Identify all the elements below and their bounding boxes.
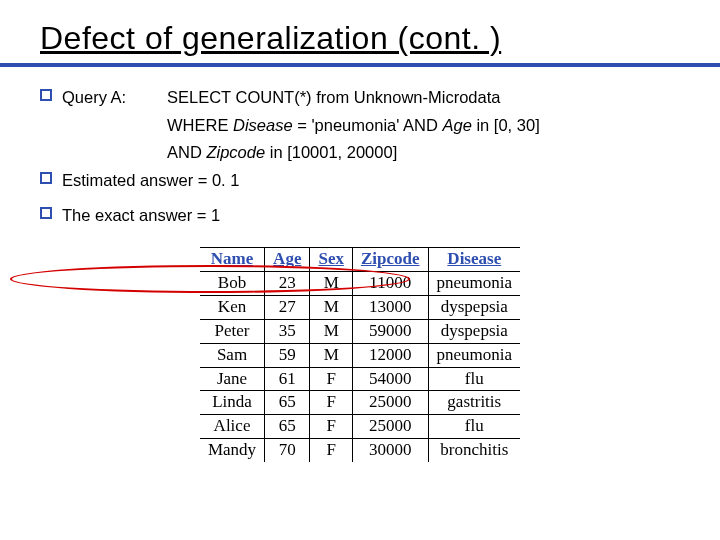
cell: 12000 (352, 343, 428, 367)
cell: M (310, 343, 353, 367)
cell: 65 (265, 415, 310, 439)
cell: gastritis (428, 391, 520, 415)
cell: 65 (265, 391, 310, 415)
th-disease: Disease (428, 247, 520, 271)
cell: 70 (265, 439, 310, 462)
cell: 25000 (352, 415, 428, 439)
cell: 27 (265, 295, 310, 319)
query-a-line3: AND Zipcode in [10001, 20000] (40, 140, 680, 166)
estimated-text: Estimated answer = 0. 1 (62, 168, 239, 194)
bullet-query-a: Query A: SELECT COUNT(*) from Unknown-Mi… (40, 85, 680, 111)
q3b: in [10001, 20000] (265, 143, 397, 161)
q2-age: Age (442, 116, 471, 134)
table-row: Alice 65 F 25000 flu (200, 415, 520, 439)
q2c: in [0, 30] (472, 116, 540, 134)
table-row: Bob 23 M 11000 pneumonia (200, 271, 520, 295)
cell: Mandy (200, 439, 265, 462)
table-header-row: Name Age Sex Zipcode Disease (200, 247, 520, 271)
q2a: WHERE (167, 116, 233, 134)
cell: F (310, 367, 353, 391)
cell: flu (428, 367, 520, 391)
table-row: Jane 61 F 54000 flu (200, 367, 520, 391)
cell: F (310, 439, 353, 462)
query-a-label: Query A: (62, 85, 167, 111)
cell: Ken (200, 295, 265, 319)
table-container: Name Age Sex Zipcode Disease Bob 23 M 11… (40, 247, 680, 462)
slide: Defect of generalization (cont. ) Query … (0, 0, 720, 462)
cell: pneumonia (428, 343, 520, 367)
spacer (40, 195, 680, 203)
cell: Alice (200, 415, 265, 439)
cell: Jane (200, 367, 265, 391)
q2-disease: Disease (233, 116, 293, 134)
th-zipcode: Zipcode (352, 247, 428, 271)
bullet-list: Query A: SELECT COUNT(*) from Unknown-Mi… (40, 85, 680, 229)
cell: F (310, 415, 353, 439)
square-bullet-icon (40, 172, 52, 184)
cell: 61 (265, 367, 310, 391)
cell: M (310, 271, 353, 295)
cell: dyspepsia (428, 295, 520, 319)
exact-text: The exact answer = 1 (62, 203, 220, 229)
cell: 54000 (352, 367, 428, 391)
cell: Bob (200, 271, 265, 295)
q3-zip: Zipcode (206, 143, 265, 161)
th-age: Age (265, 247, 310, 271)
table-row: Ken 27 M 13000 dyspepsia (200, 295, 520, 319)
table-row: Linda 65 F 25000 gastritis (200, 391, 520, 415)
cell: Sam (200, 343, 265, 367)
query-a-line2-text: WHERE Disease = 'pneumonia' AND Age in [… (167, 113, 540, 139)
square-bullet-icon (40, 89, 52, 101)
cell: F (310, 391, 353, 415)
cell: 11000 (352, 271, 428, 295)
cell: 35 (265, 319, 310, 343)
cell: bronchitis (428, 439, 520, 462)
cell: M (310, 295, 353, 319)
table-row: Mandy 70 F 30000 bronchitis (200, 439, 520, 462)
cell: 59 (265, 343, 310, 367)
th-name: Name (200, 247, 265, 271)
cell: M (310, 319, 353, 343)
q2b: = 'pneumonia' AND (293, 116, 443, 134)
bullet-estimated: Estimated answer = 0. 1 (40, 168, 680, 194)
query-a-line2: WHERE Disease = 'pneumonia' AND Age in [… (40, 113, 680, 139)
cell: flu (428, 415, 520, 439)
cell: Peter (200, 319, 265, 343)
table-row: Peter 35 M 59000 dyspepsia (200, 319, 520, 343)
cell: pneumonia (428, 271, 520, 295)
table-body: Bob 23 M 11000 pneumonia Ken 27 M 13000 … (200, 271, 520, 462)
cell: 30000 (352, 439, 428, 462)
title-rule (0, 63, 720, 67)
cell: 25000 (352, 391, 428, 415)
cell: 13000 (352, 295, 428, 319)
bullet-exact: The exact answer = 1 (40, 203, 680, 229)
cell: 59000 (352, 319, 428, 343)
page-title: Defect of generalization (cont. ) (40, 20, 680, 57)
cell: 23 (265, 271, 310, 295)
query-a-line3-text: AND Zipcode in [10001, 20000] (167, 140, 397, 166)
square-bullet-icon (40, 207, 52, 219)
table-row: Sam 59 M 12000 pneumonia (200, 343, 520, 367)
data-table: Name Age Sex Zipcode Disease Bob 23 M 11… (200, 247, 520, 462)
query-a-line1: SELECT COUNT(*) from Unknown-Microdata (167, 85, 500, 111)
q3a: AND (167, 143, 206, 161)
cell: dyspepsia (428, 319, 520, 343)
cell: Linda (200, 391, 265, 415)
th-sex: Sex (310, 247, 353, 271)
